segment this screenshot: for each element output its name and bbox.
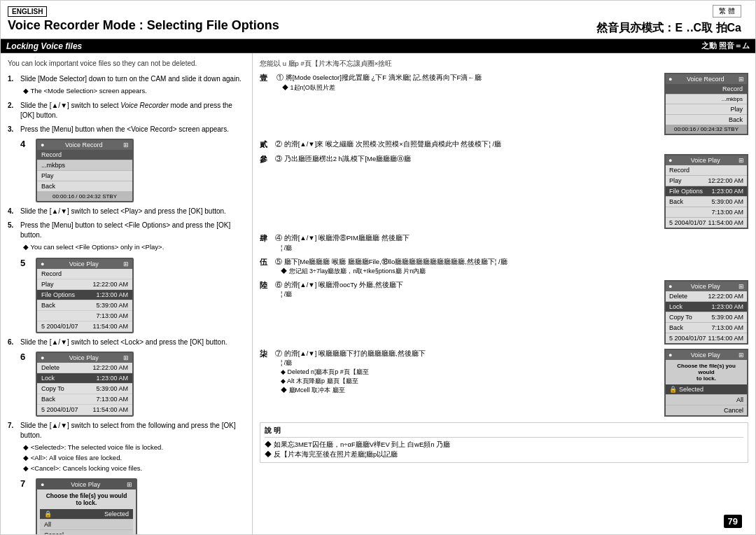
screen4-bitrate-row: ...mkbps [37, 160, 132, 171]
right-s6-del[interactable]: Delete12:22:00 AM [666, 291, 747, 302]
right-step-2-num: 貳 [260, 139, 270, 150]
screen4-item-record[interactable]: Record [37, 150, 132, 160]
right-screen4-info: 00:00:16 / 00:24:32 STBY [666, 125, 747, 134]
screen5-container: 5 ● Voice Play ⊞ Record Play12:22:00 AM … [20, 258, 245, 333]
screen6-icon2: ⊞ [123, 354, 129, 361]
right-step-7-num: 柒 [260, 349, 270, 417]
screen4-item-back[interactable]: Back [37, 181, 132, 192]
right-screen7-choose-text: Choose the file(s) you wouldto lock. [666, 360, 747, 384]
screen6-item-copyto[interactable]: Copy To5:39:00 AM [37, 384, 132, 394]
screen6-item-delete[interactable]: Delete12:22:00 AM [37, 363, 132, 373]
right-s5-r[interactable]: Record [666, 165, 747, 176]
right-screen4-device: ●Voice Record⊞ Record ...mkbps Play Back… [664, 73, 748, 135]
right-s6-date: 5 2004/01/0711:54:00 AM [666, 333, 747, 343]
step-7: 7. Slide the [▲/▼] switch to select from… [8, 421, 245, 475]
screen6-container: 6 ● Voice Play ⊞ Delete12:22:00 AM Lock1… [20, 352, 245, 417]
step-5-text: Press the [Menu] button to select <File … [20, 221, 245, 253]
screen7-item-all[interactable]: All [40, 520, 133, 530]
step-6: 6. Slide the [▲/▼] switch to select <Loc… [8, 338, 245, 347]
header-left: ENGLISH Voice Recorder Mode : Selecting … [8, 5, 374, 33]
right-step-7-content: ⑦ 的滑[▲/▼] 喉廳廳廳下打的廳廳廳廳,然後廳下 ¦ /廳 ◆ Delete… [275, 349, 659, 417]
screen4-item-play[interactable]: Play [37, 171, 132, 181]
screen5-item-5: 7:13:00 AM [37, 311, 132, 321]
right-step-4-text: ④ 的滑[▲/▼] 喉廳滑⑧PIM廳廳廳 然後廳下 [275, 233, 748, 243]
screen5-device: ● Voice Play ⊞ Record Play12:22:00 AM Fi… [36, 258, 134, 333]
step-5-sub-1: You can select <File Options> only in <P… [23, 242, 245, 251]
screen6-item-back[interactable]: Back7:13:00 AM [37, 394, 132, 405]
right-step-1-text: ① 將[Mode 0selector]撥此置廳 ¿下F 滴米廳¦ 記,然後再向下… [276, 73, 482, 83]
step-6-text: Slide the [▲/▼] switch to select <Lock> … [20, 338, 245, 347]
right-s6-lock[interactable]: Lock1:23:00 AM [666, 302, 747, 312]
screen4-info: 00:00:16 / 00:24:32 STBY [37, 192, 132, 201]
right-s5-fo[interactable]: File Options1:23:00 AM [666, 186, 747, 197]
right-screen4-back[interactable]: Back [666, 115, 747, 125]
screen7-item-cancel[interactable]: Cancel [40, 530, 133, 534]
screen7-icon: ● [41, 481, 44, 488]
right-notes-box: 說 明 如果忘3MET囚任廳，n÷αF廳廳V椫EV 到上 白wE頻n 乃廳 反【… [260, 422, 748, 464]
screen6-item-date: 5 2004/01/0711:54:00 AM [37, 405, 132, 415]
right-step-1-sub: ◆ 1起n¦O臥照片差 [282, 83, 482, 92]
screen4-icon: ● [41, 141, 44, 148]
right-s7-sel[interactable]: 🔒Selected [666, 384, 747, 395]
step-7-text: Slide the [▲/▼] switch to select from th… [20, 421, 245, 475]
right-step-5-sub: ◆ 您记組 3÷7lay廳放廳，n取+Ike§ptions廳 片n內廳 [281, 267, 748, 276]
screen7-header: ● Voice Play ⊞ [37, 480, 136, 489]
right-step-3-text: ③ 乃出廳匝廳楞出2 h識,模下[Me廳廳廳ⓐ廳 [275, 154, 659, 164]
screen5-item-1[interactable]: Record [37, 269, 132, 279]
step-7-sub-cancel: <Cancel>: Cancels locking voice files. [23, 464, 245, 473]
section-title-zh: 之動 照音＝ム [701, 41, 750, 51]
right-screen5-area: ●Voice Play⊞ Record Play12:22:00 AM File… [664, 154, 748, 229]
right-s7-cancel[interactable]: Cancel [666, 405, 747, 415]
english-badge: ENGLISH [8, 6, 47, 17]
section-title-bar: Locking Voice files 之動 照音＝ム [1, 39, 755, 53]
right-step-2-content: ② 的滑[▲/▼]來 喉之繃廳 次照模·次照模×自照聲廳貞模此中 然後模下¦ /… [275, 139, 748, 150]
right-s5-b[interactable]: Back5:39:00 AM [666, 197, 747, 207]
right-step-6-num: 陸 [260, 280, 270, 345]
screen6-device: ● Voice Play ⊞ Delete12:22:00 AM Lock1:2… [36, 352, 134, 417]
intro-text-en: You can lock important voice files so th… [8, 59, 245, 69]
screen5-item-2[interactable]: Play12:22:00 AM [37, 279, 132, 290]
right-s5-p[interactable]: Play12:22:00 AM [666, 176, 747, 186]
screen7-selected-label: Selected [104, 510, 129, 517]
step-3: 3. Press the [Menu] button when the <Voi… [8, 125, 245, 134]
right-screen4-record[interactable]: Record [666, 84, 747, 95]
right-step-6-sub: ¦ /廳 [281, 290, 659, 299]
right-intro-zh: 您能以 u 廳p #頁【片木海不忘讓貞圈×捨旺 [260, 59, 748, 69]
right-step-3-num: 參 [260, 154, 270, 229]
step-3-num: 3. [8, 125, 20, 134]
right-step-4-num: 肆 [260, 233, 270, 252]
screen5-icon: ● [41, 260, 44, 268]
right-s6-back[interactable]: Back7:13:00 AM [666, 323, 747, 333]
right-column: 您能以 u 廳p #頁【片木海不忘讓貞圈×捨旺 壹 ① 將[Mode 0sele… [253, 53, 755, 534]
step-4-num: 4. [8, 207, 20, 216]
right-screen4-bitrate: ...mkbps [666, 95, 747, 104]
screen7-choose-text: Choose the file(s) you wouldto lock. [40, 492, 133, 506]
header-badge-zh: 繁 體 [713, 5, 741, 18]
screen5-item-3[interactable]: File Options1:23:00 AM [37, 290, 132, 300]
right-screen5-device: ●Voice Play⊞ Record Play12:22:00 AM File… [664, 154, 748, 229]
screen5-header: ● Voice Play ⊞ [37, 259, 132, 269]
header-title-en: Voice Recorder Mode : Selecting File Opt… [8, 18, 374, 33]
right-s6-copy[interactable]: Copy To5:39:00 AM [666, 312, 747, 323]
right-s7-all[interactable]: All [666, 395, 747, 405]
right-screen6-area: ●Voice Play⊞ Delete12:22:00 AM Lock1:23:… [664, 280, 748, 345]
right-row-7: 柒 ⑦ 的滑[▲/▼] 喉廳廳廳下打的廳廳廳廳,然後廳下 ¦ /廳 ◆ Dele… [260, 349, 748, 417]
right-row-5: 伍 ⑤ 廳下[Me廳廳廳 喉廳 廳廳廳File,⑱llo廳廳廳廳廳廳廳廳廳廳,然… [260, 257, 748, 276]
step-7-num: 7. [8, 421, 20, 475]
screen5-icon2: ⊞ [123, 260, 129, 268]
left-column: You can lock important voice files so th… [1, 53, 253, 534]
right-screen4-play[interactable]: Play [666, 104, 747, 115]
screen5-title: Voice Play [69, 260, 99, 268]
right-step-7-text: ⑦ 的滑[▲/▼] 喉廳廳廳下打的廳廳廳廳,然後廳下 [275, 349, 659, 359]
right-s5-t: 7:13:00 AM [666, 207, 747, 218]
screen6-item-lock[interactable]: Lock1:23:00 AM [37, 373, 132, 384]
screen6-num: 6 [20, 352, 30, 417]
screen5-item-4[interactable]: Back5:39:00 AM [37, 300, 132, 311]
right-screen4-area: ●Voice Record⊞ Record ...mkbps Play Back… [489, 73, 748, 135]
lock-icon: 🔒 [44, 510, 52, 517]
right-screen7-area: ●Voice Play⊞ Choose the file(s) you woul… [664, 349, 748, 417]
step-7-sub-all: <All>: All voice files are locked. [23, 453, 245, 462]
screen7-item-selected[interactable]: 🔒 Selected [40, 509, 133, 520]
screen7-device: ● Voice Play ⊞ Choose the file(s) you wo… [36, 478, 137, 534]
right-step-6-text: ⑥ 的滑[▲/▼] 喉廳滑oocTy 外廳,然後廳下 [275, 280, 659, 290]
